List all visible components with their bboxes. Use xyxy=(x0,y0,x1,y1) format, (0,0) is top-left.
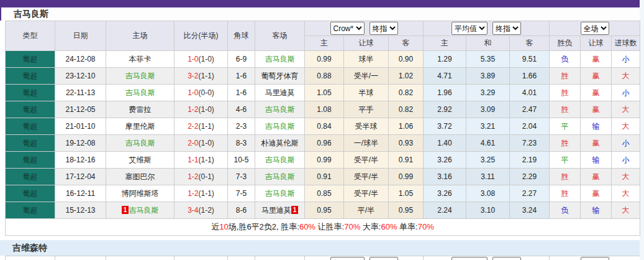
odds-time-select-2[interactable]: 终指 xyxy=(492,22,521,35)
handicap-cell: 一/球半 xyxy=(344,135,389,152)
odds-value: 1.06 xyxy=(399,122,413,131)
odds-time-select-1[interactable]: 终指 xyxy=(370,22,398,35)
home-team-name[interactable]: 吉马良斯 xyxy=(125,88,155,97)
home-team-name[interactable]: 博阿维斯塔 xyxy=(122,189,159,198)
home-team-name[interactable]: 艾维斯 xyxy=(129,156,152,164)
away-team-name[interactable]: 葡萄牙体育 xyxy=(261,72,299,80)
odds-value: 0.85 xyxy=(317,189,331,198)
summary-text: 近10场,胜6平2负2, 胜率:60% 让胜率:70% 大率:60% 单率:70… xyxy=(6,219,640,236)
crown-home-odds: 0.95 xyxy=(305,202,344,219)
odds-value: 2.04 xyxy=(522,122,537,131)
corner-count: 7-3 xyxy=(236,172,247,181)
away-team-name[interactable]: 吉马良斯 xyxy=(265,189,295,198)
odds-value: 2.24 xyxy=(437,206,451,215)
sub-header-crown-away: 客 xyxy=(389,36,424,51)
s2-odds-time-select-1[interactable]: 终指 xyxy=(370,257,398,260)
away-team-name[interactable]: 吉马良斯 xyxy=(265,105,295,114)
result-handicap: 输 xyxy=(592,206,600,215)
fulltime-score: 1-2 xyxy=(188,105,198,114)
average-select[interactable]: 平均值 xyxy=(451,22,488,35)
result-goals: 小 xyxy=(622,139,630,147)
summary-stat-label: 让胜率: xyxy=(315,222,344,231)
score-cell: 1-2(1-1) xyxy=(175,185,228,202)
result-handicap: 赢 xyxy=(592,172,600,181)
away-team-name[interactable]: 吉马良斯 xyxy=(265,156,295,164)
odds-value: 0.99 xyxy=(317,156,331,164)
fulltime-score: 1-2 xyxy=(188,172,198,181)
match-date: 22-11-13 xyxy=(66,88,95,97)
score-cell: 2-0(1-0) xyxy=(175,135,228,152)
away-team-name[interactable]: 朴迪莫伦斯 xyxy=(261,139,299,147)
result-goals: 大 xyxy=(622,122,630,131)
home-team-name[interactable]: 吉马良斯 xyxy=(125,72,155,80)
s2-odds-time-select-2[interactable]: 终指 xyxy=(492,257,521,260)
away-team-cell: 吉马良斯 xyxy=(255,185,305,202)
halftime-score: (1-1) xyxy=(199,156,214,164)
corner-count: 8-6 xyxy=(236,206,247,215)
crown-away-odds: 1.05 xyxy=(389,185,424,202)
league-cell: 葡超 xyxy=(6,85,55,101)
home-team-name[interactable]: 吉马良斯 xyxy=(125,139,155,147)
bookmaker-select[interactable]: Crow* xyxy=(330,22,365,35)
corner-count: 1-6 xyxy=(236,88,247,97)
home-team-name[interactable]: 摩里伦斯 xyxy=(125,122,155,131)
corner-cell: 6-9 xyxy=(228,51,255,68)
halftime-score: (1-0) xyxy=(199,55,214,63)
avg-draw-odds: 3.11 xyxy=(466,169,510,185)
result-wdl-cell: 负 xyxy=(550,51,581,68)
home-team-name[interactable]: 吉马良斯 xyxy=(129,206,158,215)
handicap-cell: 受平/半 xyxy=(344,185,389,202)
table-row: 葡超23-12-10吉马良斯3-2(1-1)1-6葡萄牙体育0.88受半/一1.… xyxy=(6,68,640,85)
average-odds-group-header: 平均值终指 xyxy=(424,21,550,36)
avg-away-odds: 3.24 xyxy=(510,202,550,219)
crown-away-odds: 0.90 xyxy=(389,51,424,68)
odds-value: 0.91 xyxy=(399,156,413,164)
away-team-name[interactable]: 马里迪莫 xyxy=(265,88,295,97)
table-row: 葡超15-12-131吉马良斯3-4(1-2)8-6马里迪莫10.95平/半0.… xyxy=(6,202,640,219)
home-team-name[interactable]: 费雷拉 xyxy=(129,105,152,114)
fulltime-score: 3-2 xyxy=(188,72,198,80)
result-handicap: 输 xyxy=(592,156,600,164)
league-label: 葡超 xyxy=(23,105,38,114)
away-team-name[interactable]: 马里迪莫 xyxy=(261,206,291,215)
fulltime-score: 2-2 xyxy=(188,122,198,131)
corner-count: 1-6 xyxy=(236,72,247,80)
date-cell: 15-12-13 xyxy=(55,202,106,219)
section1-title: 吉马良斯 xyxy=(0,7,640,21)
result-group-header: 全场 xyxy=(550,21,640,36)
result-wdl-cell: 负 xyxy=(550,202,581,219)
avg-away-odds: 1.66 xyxy=(510,68,550,85)
handicap-cell: 受半/一 xyxy=(344,68,389,85)
date-cell: 19-12-08 xyxy=(55,135,106,152)
s2-col-header-home xyxy=(106,256,175,260)
avg-away-odds: 4.01 xyxy=(510,85,550,101)
avg-home-odds: 1.29 xyxy=(424,51,466,68)
summary-stat-label: 单率: xyxy=(397,222,417,231)
home-team-name[interactable]: 本菲卡 xyxy=(129,55,152,63)
s2-bookmaker-select[interactable]: Crow* xyxy=(330,257,365,260)
score-cell: 1-1(1-1) xyxy=(175,152,228,169)
home-team-name[interactable]: 塞图巴尔 xyxy=(125,172,155,181)
full-match-select[interactable]: 全场 xyxy=(581,22,609,35)
summary-stat-label: 大率: xyxy=(360,222,381,231)
odds-value: 1.08 xyxy=(317,105,331,114)
match-date: 23-12-10 xyxy=(65,72,95,80)
summary-stat-value: 60% xyxy=(299,222,315,231)
date-cell: 24-12-08 xyxy=(55,51,106,68)
fulltime-score: 1-0 xyxy=(188,55,198,63)
odds-value: 4.61 xyxy=(481,139,495,147)
avg-away-odds: 2.29 xyxy=(510,169,550,185)
date-cell: 17-12-04 xyxy=(55,169,106,185)
handicap-cell: 平/半 xyxy=(344,202,389,219)
away-team-name[interactable]: 吉马良斯 xyxy=(265,122,295,131)
result-wdl: 胜 xyxy=(561,139,569,147)
away-team-name[interactable]: 吉马良斯 xyxy=(265,172,295,181)
result-handicap: 赢 xyxy=(592,105,600,114)
avg-home-odds: 1.40 xyxy=(424,135,466,152)
s2-average-select[interactable]: 平均值 xyxy=(451,257,488,260)
sub-header-avg-away: 客 xyxy=(510,36,550,51)
s2-full-match-select[interactable]: 全场 xyxy=(581,257,609,260)
away-team-name[interactable]: 吉马良斯 xyxy=(265,55,295,63)
sub-header-avg-draw: 和 xyxy=(466,36,510,51)
fulltime-score: 1-2 xyxy=(188,189,198,198)
